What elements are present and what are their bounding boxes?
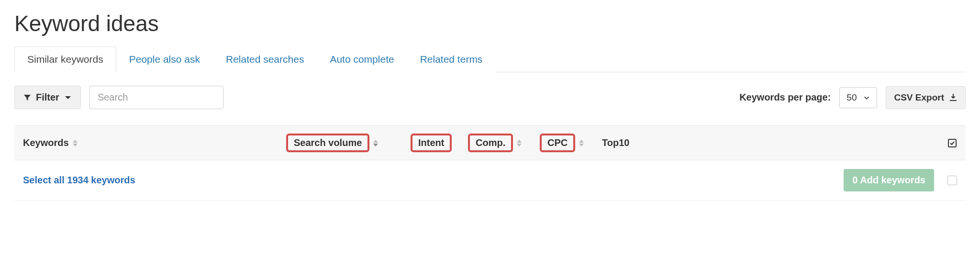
search-input[interactable] [89, 86, 223, 109]
sort-icon [73, 140, 78, 146]
keyword-table: Keywords Search volume Intent Comp. [14, 125, 966, 201]
column-select-all[interactable] [947, 138, 957, 148]
column-search-volume-label: Search volume [286, 134, 369, 152]
tab-people-also-ask[interactable]: People also ask [116, 46, 213, 72]
chevron-down-icon [863, 94, 870, 101]
column-top10-label: Top10 [602, 137, 629, 148]
keywords-per-page-select[interactable]: 50 [839, 87, 877, 108]
tabs: Similar keywords People also ask Related… [14, 46, 966, 72]
column-search-volume[interactable]: Search volume [286, 134, 411, 152]
sort-icon [517, 140, 522, 146]
check-all-icon [947, 138, 957, 148]
funnel-icon [23, 94, 31, 101]
toolbar: Filter Keywords per page: 50 CSV Export [14, 86, 966, 109]
column-keywords[interactable]: Keywords [23, 137, 286, 148]
tab-related-searches[interactable]: Related searches [213, 46, 317, 72]
tab-related-terms[interactable]: Related terms [407, 46, 496, 72]
chevron-down-icon [64, 94, 72, 101]
filter-label: Filter [36, 92, 59, 103]
sort-desc-icon [373, 140, 378, 146]
keywords-per-page-label: Keywords per page: [739, 92, 831, 103]
select-all-link[interactable]: Select all 1934 keywords [23, 175, 135, 186]
csv-export-button[interactable]: CSV Export [886, 86, 966, 109]
column-cpc[interactable]: CPC [540, 134, 602, 152]
tab-similar-keywords[interactable]: Similar keywords [14, 46, 116, 72]
filter-button[interactable]: Filter [14, 86, 81, 109]
table-header-row: Keywords Search volume Intent Comp. [14, 125, 966, 160]
row-checkbox[interactable] [947, 176, 957, 185]
column-comp-label: Comp. [468, 134, 513, 152]
add-keywords-button[interactable]: 0 Add keywords [844, 169, 934, 191]
keywords-per-page-value: 50 [846, 92, 857, 103]
svg-rect-0 [948, 139, 956, 147]
column-intent[interactable]: Intent [411, 134, 468, 152]
page-title: Keyword ideas [14, 11, 966, 36]
column-keywords-label: Keywords [23, 137, 69, 148]
sort-icon [579, 140, 584, 146]
table-row: Select all 1934 keywords 0 Add keywords [14, 160, 966, 201]
csv-export-label: CSV Export [894, 92, 944, 103]
tab-auto-complete[interactable]: Auto complete [317, 46, 407, 72]
column-intent-label: Intent [411, 134, 452, 152]
download-icon [949, 93, 958, 102]
column-comp[interactable]: Comp. [468, 134, 540, 152]
column-cpc-label: CPC [540, 134, 575, 152]
column-top10[interactable]: Top10 [602, 137, 688, 148]
